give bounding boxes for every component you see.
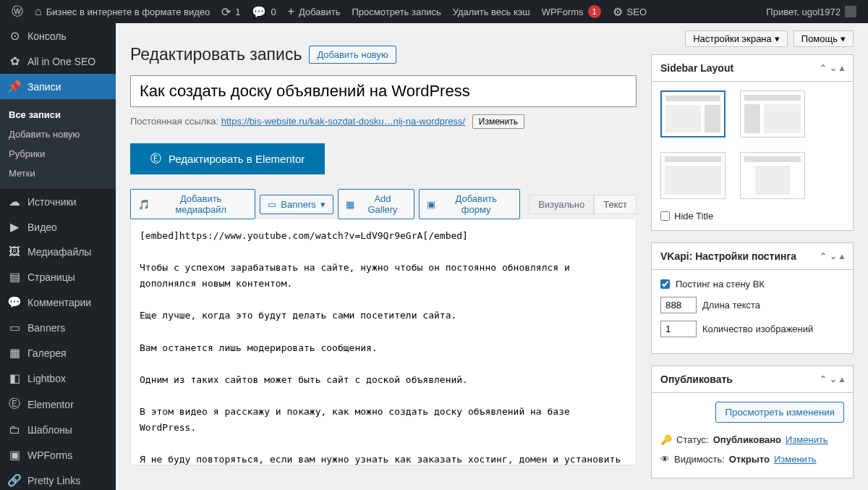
edit-status-link[interactable]: Изменить [786,434,828,445]
add-gallery-button[interactable]: ▦Add Gallery [338,189,415,219]
editor-toolbar: 🎵Добавить медиафайл ▭Banners▾ ▦Add Galle… [130,189,637,219]
sidebar-item-aioseo[interactable]: ✿All in One SEO [0,48,116,74]
submenu-tags[interactable]: Метки [0,164,116,183]
wpforms-menu[interactable]: WPForms1 [536,0,607,23]
video-icon: ▶ [7,220,22,234]
edit-elementor-button[interactable]: Ⓔ Редактировать в Elementor [130,143,325,174]
sidebar-layout-metabox: Sidebar Layout ⌃⌄▴ Hide Title [651,54,854,231]
collapse-icon[interactable]: ▴ [840,374,844,384]
chevron-down-icon: ▾ [320,199,326,210]
sidebar-item-sources[interactable]: ☁Источники [0,189,116,214]
admin-topbar: ⓦ ⌂Бизнес в интернете в формате видео ⟳1… [0,0,868,23]
elementor-logo-icon: Ⓔ [150,152,161,166]
metabox-title: Опубликовать [660,373,733,385]
edit-visibility-link[interactable]: Изменить [774,454,817,465]
add-form-button[interactable]: ▣Добавить форму [419,189,520,219]
chevron-down-icon[interactable]: ⌄ [830,63,837,73]
sidebar-item-comments[interactable]: 💬Комментарии [0,290,116,315]
edit-permalink-button[interactable]: Изменить [472,114,524,129]
permalink-row: Постоянная ссылка: https://bis-website.r… [130,114,637,129]
help-button[interactable]: Помощь▾ [793,30,854,47]
permalink-url[interactable]: https://bis-website.ru/kak-sozdat-dosku…… [221,116,465,127]
sidebar-item-video[interactable]: ▶Видео [0,214,116,240]
view-post[interactable]: Просмотреть запись [346,0,447,23]
sidebar-item-pages[interactable]: ▤Страницы [0,264,116,290]
layout-full-width[interactable] [740,152,805,199]
dashboard-icon: ⊙ [7,29,22,43]
metabox-title: VKapi: Настройки постинга [660,250,796,262]
metabox-title: Sidebar Layout [660,62,733,74]
hide-title-label[interactable]: Hide Title [660,211,844,221]
preview-changes-button[interactable]: Просмотреть изменения [715,402,844,423]
admin-sidebar: ⊙Консоль ✿All in One SEO 📌Записи Все зап… [0,23,116,490]
sidebar-item-media[interactable]: 🖼Медиафайлы [0,240,116,264]
submenu-add-new[interactable]: Добавить новую [0,124,116,144]
add-new[interactable]: +Добавить [282,0,346,23]
post-title-input[interactable] [130,75,637,107]
text-length-input[interactable] [660,297,697,313]
add-new-button[interactable]: Добавить новую [309,46,396,64]
posts-submenu: Все записи Добавить новую Рубрики Метки [0,99,116,189]
site-home[interactable]: ⌂Бизнес в интернете в формате видео [29,0,216,23]
form-icon: ▣ [427,199,435,210]
sidebar-item-pretty-links[interactable]: 🔗Pretty Links [0,468,116,490]
form-icon: ▣ [7,448,22,462]
layout-sidebar-right[interactable] [660,90,726,138]
template-icon: 🗀 [7,423,22,436]
pin-icon: 📌 [7,80,22,93]
media-icon: 🎵 [138,199,150,210]
submenu-all-posts[interactable]: Все записи [0,105,116,124]
publish-metabox: Опубликовать ⌃⌄▴ Просмотреть изменения 🔑… [651,366,854,478]
page-icon: ▤ [7,270,22,284]
sidebar-item-banners[interactable]: ▭Banners [0,315,116,340]
chevron-up-icon[interactable]: ⌃ [820,251,827,261]
sidebar-item-posts[interactable]: 📌Записи [0,74,116,99]
chevron-down-icon[interactable]: ⌄ [830,251,837,261]
hide-title-checkbox[interactable] [660,211,670,221]
banner-icon: ▭ [268,199,276,210]
page-title: Редактировать запись [130,45,302,64]
sidebar-item-elementor[interactable]: ⒺElementor [0,391,116,418]
tab-visual[interactable]: Визуально [529,195,594,214]
key-icon: 🔑 [660,434,672,445]
gallery-icon: ▦ [346,199,354,210]
chevron-up-icon[interactable]: ⌃ [820,374,827,384]
image-count-input[interactable] [660,321,697,337]
chevron-up-icon[interactable]: ⌃ [820,63,827,73]
sidebar-item-wpforms[interactable]: ▣WPForms [0,442,116,468]
seo-icon: ✿ [7,54,22,68]
layout-sidebar-left[interactable] [740,90,805,138]
vkapi-metabox: VKapi: Настройки постинга ⌃⌄▴ Постинг на… [651,242,854,354]
banners-button[interactable]: ▭Banners▾ [260,195,333,214]
seo-menu[interactable]: ⚙SEO [607,0,652,23]
user-greeting[interactable]: Привет, ugol1972 [760,0,862,23]
sidebar-item-lightbox[interactable]: ◧Lightbox [0,366,116,391]
updates[interactable]: ⟳1 [216,0,246,23]
screen-options-button[interactable]: Настройки экрана▾ [685,30,788,47]
site-name: Бизнес в интернете в формате видео [46,7,210,17]
banner-icon: ▭ [7,321,22,334]
chevron-down-icon: ▾ [775,33,780,44]
submenu-categories[interactable]: Рубрики [0,144,116,164]
media-icon: 🖼 [7,245,22,258]
sidebar-item-console[interactable]: ⊙Консоль [0,23,116,48]
eye-icon: 👁 [660,454,670,465]
vk-wall-checkbox[interactable] [660,279,670,289]
add-media-button[interactable]: 🎵Добавить медиафайл [130,189,255,219]
comment-icon: 💬 [7,295,22,309]
chevron-down-icon[interactable]: ⌄ [830,374,837,384]
lightbox-icon: ◧ [7,371,22,385]
sidebar-item-templates[interactable]: 🗀Шаблоны [0,418,116,442]
collapse-icon[interactable]: ▴ [840,251,844,261]
chevron-down-icon: ▾ [841,33,846,44]
comments-count[interactable]: 💬0 [246,0,281,23]
elementor-icon: Ⓔ [7,397,22,412]
clear-cache[interactable]: Удалить весь кэш [447,0,536,23]
wp-logo[interactable]: ⓦ [6,0,29,23]
layout-no-sidebar[interactable] [660,152,726,199]
post-content-editor[interactable] [130,219,637,465]
tab-text[interactable]: Текст [594,195,637,214]
collapse-icon[interactable]: ▴ [840,63,844,73]
gallery-icon: ▦ [7,346,22,360]
sidebar-item-gallery[interactable]: ▦Галерея [0,340,116,366]
